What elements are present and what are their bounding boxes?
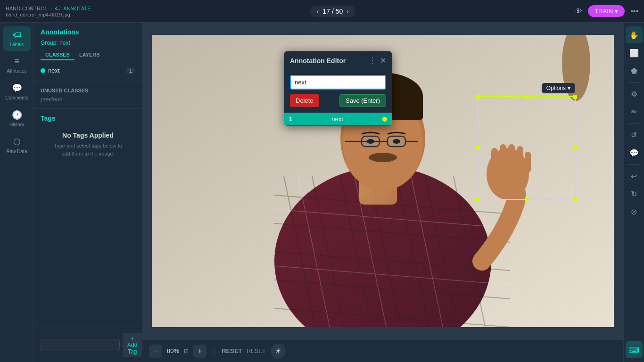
annotations-panel: Annotations Group: next CLASSES LAYERS n… <box>34 23 142 362</box>
sidebar-label-attributes: Attributes <box>7 68 26 74</box>
corner-tr[interactable] <box>573 95 577 99</box>
tags-title: Tags <box>41 115 135 122</box>
corner-mr[interactable] <box>573 146 577 150</box>
svg-point-33 <box>369 153 397 162</box>
add-tag-row: + Add Tag <box>34 328 142 362</box>
redo-button[interactable]: ↻ <box>626 185 643 202</box>
fit-to-window-button[interactable]: ⊡ <box>184 348 189 354</box>
toolbar-divider-2 <box>628 123 640 123</box>
undo2-button[interactable]: ↩ <box>626 167 643 184</box>
tab-classes[interactable]: CLASSES <box>41 50 74 60</box>
toolbar-divider-3 <box>628 164 640 165</box>
class-row-next: next 1 <box>41 65 135 76</box>
corner-mb[interactable] <box>525 197 528 201</box>
ae-label-num: 1 <box>289 115 292 123</box>
sidebar-item-labels[interactable]: 🏷 Labels <box>3 26 31 51</box>
brush-tool-button[interactable]: ✏ <box>626 103 643 120</box>
unused-classes-section: UNUSED CLASSES previous <box>34 82 142 109</box>
corner-mt[interactable] <box>525 95 528 99</box>
class-name: next <box>48 67 60 74</box>
close-icon[interactable]: ✕ <box>380 56 386 65</box>
nav-count: 17 / 50 <box>322 8 343 15</box>
nav-controls: ‹ 17 / 50 › <box>310 6 355 17</box>
breadcrumb-arrow: › <box>50 6 52 11</box>
polygon-tool-button[interactable]: ⬟ <box>626 62 643 79</box>
sidebar-item-attributes[interactable]: ≡ Attributes <box>3 53 31 77</box>
corner-br[interactable] <box>573 197 577 201</box>
sidebar-label-raw-data: Raw Data <box>7 149 27 154</box>
rect-tool-button[interactable]: ⬜ <box>626 44 643 61</box>
hand-tool-button[interactable]: ✋ <box>626 26 643 43</box>
annotation-editor: Annotation Editor ⋮ ✕ Delete Save (Enter… <box>284 51 392 126</box>
eye-icon[interactable]: 👁 <box>575 7 582 16</box>
sidebar-label-comments: Comments <box>5 95 28 100</box>
ae-actions: Delete Save (Enter) <box>290 94 386 107</box>
canvas-area: Options ▾ Annotation Editor ⋮ ✕ <box>142 23 623 362</box>
undo-button[interactable]: ↺ <box>626 126 643 143</box>
train-button[interactable]: TRAIN ▾ <box>588 5 625 17</box>
raw-data-icon: ⬡ <box>13 137 21 147</box>
breadcrumb-parent[interactable]: HAND-CONTROL <box>6 6 48 11</box>
breadcrumb-current[interactable]: ANNOTATE <box>63 6 91 11</box>
right-toolbar: ✋ ⬜ ⬟ ⚙ ✏ ↺ 💬 ↩ ↻ ⊘ ⌨ <box>623 23 644 362</box>
tabs: CLASSES LAYERS <box>41 50 135 60</box>
main-layout: 🏷 Labels ≡ Attributes 💬 Comments 🕐 Histo… <box>0 23 644 362</box>
tags-section: Tags No Tags Applied Type and select tag… <box>34 109 142 328</box>
prev-image-button[interactable]: ‹ <box>317 8 319 15</box>
annotations-title: Annotations <box>41 28 135 36</box>
unused-item-previous: previous <box>41 96 135 103</box>
annotations-section: Annotations Group: next CLASSES LAYERS n… <box>34 23 142 82</box>
comment-button[interactable]: 💬 <box>626 144 643 161</box>
corner-tl[interactable] <box>476 95 480 99</box>
group-label: Group: next <box>41 40 135 46</box>
chevron-down-icon: ▾ <box>568 85 570 91</box>
annotation-bounding-box[interactable]: Options ▾ <box>477 96 576 200</box>
annotation-label-input[interactable] <box>290 75 386 90</box>
annotate-icon: 🏷 <box>55 5 60 12</box>
corner-ml[interactable] <box>476 146 480 150</box>
skeleton-tool-button[interactable]: ⚙ <box>626 85 643 102</box>
sidebar-item-raw-data[interactable]: ⬡ Raw Data <box>3 133 31 158</box>
left-sidebar: 🏷 Labels ≡ Attributes 💬 Comments 🕐 Histo… <box>0 23 34 362</box>
ae-label-row: 1 next <box>284 113 392 125</box>
zoom-out-button[interactable]: − <box>149 345 162 358</box>
keyboard-shortcut-button[interactable]: ⌨ <box>626 341 643 358</box>
more-options-button[interactable]: ••• <box>630 7 638 16</box>
zoom-value: 80% <box>167 347 179 354</box>
group-label-text: Group: <box>41 40 59 46</box>
comments-icon: 💬 <box>12 83 22 93</box>
no-tags-container: No Tags Applied Type and select tags bel… <box>41 132 135 157</box>
sidebar-label-labels: Labels <box>10 42 24 47</box>
toolbar-divider-1 <box>628 82 640 82</box>
sidebar-label-history: History <box>9 122 24 127</box>
erase-button[interactable]: ⊘ <box>626 203 643 220</box>
ae-label-name: next <box>331 115 343 123</box>
chevron-down-icon: ▾ <box>615 8 618 15</box>
tag-input[interactable] <box>41 339 120 351</box>
ae-body: Delete Save (Enter) <box>284 70 392 112</box>
save-button[interactable]: Save (Enter) <box>339 94 386 107</box>
no-tags-subtitle: Type and select tags below toadd them to… <box>41 142 135 157</box>
class-color-dot <box>41 68 45 73</box>
delete-button[interactable]: Delete <box>290 94 319 107</box>
breadcrumb: HAND-CONTROL › 🏷 ANNOTATE <box>6 5 91 12</box>
zoom-in-button[interactable]: + <box>193 345 206 358</box>
class-count: 1 <box>126 67 135 74</box>
next-image-button[interactable]: › <box>347 8 349 15</box>
ae-header: Annotation Editor ⋮ ✕ <box>284 51 392 70</box>
filename: hand_control_mp4-0019.jpg <box>6 12 91 17</box>
top-bar-left: HAND-CONTROL › 🏷 ANNOTATE hand_control_m… <box>6 5 91 17</box>
tab-layers[interactable]: LAYERS <box>74 50 105 60</box>
history-icon: 🕐 <box>12 110 22 120</box>
corner-bl[interactable] <box>476 197 480 201</box>
sidebar-item-comments[interactable]: 💬 Comments <box>3 79 31 104</box>
sidebar-item-history[interactable]: 🕐 History <box>3 106 31 131</box>
more-icon[interactable]: ⋮ <box>369 56 376 65</box>
add-tag-button[interactable]: + Add Tag <box>123 333 142 357</box>
brightness-button[interactable]: ☀ <box>271 344 286 359</box>
top-bar-right: 👁 TRAIN ▾ ••• <box>575 5 638 17</box>
reset-label: RESET <box>222 347 242 354</box>
canvas-container[interactable]: Options ▾ Annotation Editor ⋮ ✕ <box>142 23 623 339</box>
options-button[interactable]: Options ▾ <box>542 83 575 93</box>
reset-button[interactable]: RESET <box>247 348 266 354</box>
